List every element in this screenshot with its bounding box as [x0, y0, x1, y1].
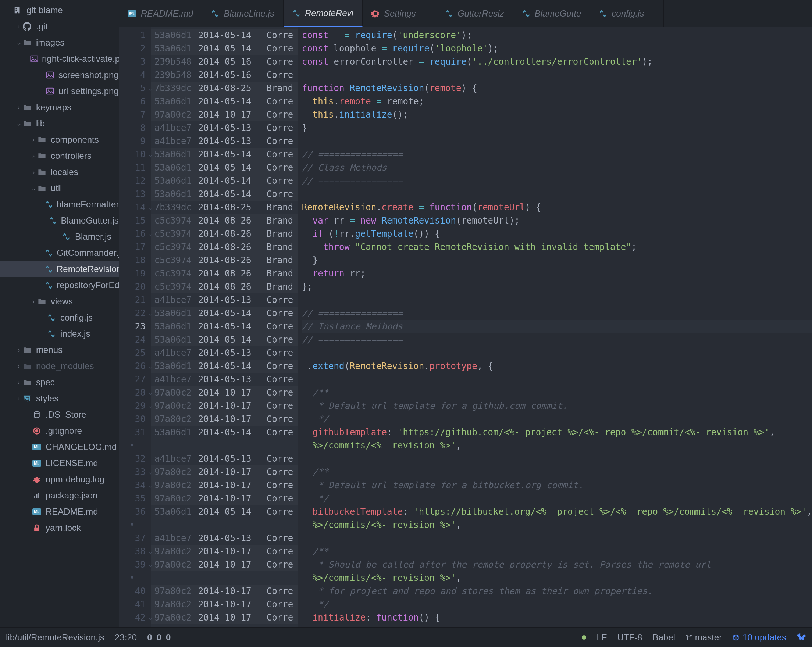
blame-row[interactable]: 97a80c22014-10-17Corre	[151, 611, 298, 624]
status-encoding[interactable]: UTF-8	[617, 632, 642, 642]
fold-icon[interactable]: ⌄	[148, 558, 152, 571]
tree-item-keymaps[interactable]: ›keymaps	[0, 99, 119, 116]
tree-item-components[interactable]: ›components	[0, 132, 119, 148]
blame-row[interactable]: 53a06d12014-05-14Corre	[151, 148, 298, 161]
status-diagnostics[interactable]: 0 0 0	[147, 632, 171, 642]
blame-row[interactable]: a41bce72014-05-13Corre	[151, 293, 298, 307]
tree-item-blamegutter-js[interactable]: BlameGutter.js	[0, 213, 119, 229]
tab-gutterresiz[interactable]: GutterResiz	[436, 0, 513, 27]
tree-item-yarn-lock[interactable]: yarn.lock	[0, 520, 119, 536]
code-line[interactable]: function RemoteRevision(remote) {	[302, 82, 812, 95]
chevron-icon[interactable]: ›	[15, 104, 22, 111]
chevron-icon[interactable]: ›	[15, 346, 22, 354]
blame-row[interactable]: a41bce72014-05-13Corre	[151, 452, 298, 466]
blame-row[interactable]: 53a06d12014-05-14Corre	[151, 174, 298, 187]
tab-readme-md[interactable]: M↓README.md	[119, 0, 203, 27]
blame-row[interactable]: 97a80c22014-10-17Corre	[151, 479, 298, 492]
code-line[interactable]: throw "Cannot create RemoteRevision with…	[302, 241, 812, 254]
tab-remoterevi[interactable]: RemoteRevi	[284, 0, 363, 27]
code-line[interactable]: var rr = new RemoteRevision(remoteUrl);	[302, 214, 812, 227]
line-number[interactable]: 18	[119, 254, 151, 267]
line-gutter[interactable]: 12345⌄678910⌄11121314⌄1516⌄171819202122⌄…	[119, 27, 151, 627]
code-line[interactable]	[302, 346, 812, 359]
tab-blamegutte[interactable]: BlameGutte	[513, 0, 591, 27]
chevron-icon[interactable]: ⌄	[15, 119, 22, 128]
line-number[interactable]: 28⌄	[119, 386, 151, 399]
blame-row[interactable]: 53a06d12014-05-14Corre	[151, 42, 298, 55]
tree-item-styles[interactable]: ›styles	[0, 390, 119, 406]
code-line[interactable]	[302, 69, 812, 82]
tree-item-remoterevision-js[interactable]: RemoteRevision.js	[0, 261, 119, 277]
code-line[interactable]: // Instance Methods	[302, 320, 812, 333]
fold-icon[interactable]: ⌄	[148, 611, 152, 624]
blame-row[interactable]: 239b5482014-05-16Corre	[151, 69, 298, 82]
blame-row[interactable]: c5c39742014-08-26Brand	[151, 254, 298, 267]
blame-row[interactable]: 97a80c22014-10-17Corre	[151, 558, 298, 571]
fold-icon[interactable]: ⌄	[148, 466, 152, 479]
code-line[interactable]: // ================	[302, 307, 812, 320]
line-number[interactable]: 40	[119, 585, 151, 598]
tree-item-npm-debug-log[interactable]: npm-debug.log	[0, 471, 119, 487]
line-number[interactable]: 19	[119, 267, 151, 280]
code-line[interactable]: RemoteRevision.create = function(remoteU…	[302, 201, 812, 214]
tree-item-node-modules[interactable]: ›node_modules	[0, 358, 119, 374]
status-path[interactable]: lib/util/RemoteRevision.js	[6, 632, 104, 642]
status-updates[interactable]: 10 updates	[732, 632, 786, 642]
tree-item-images[interactable]: ⌄images	[0, 35, 119, 51]
tree-item-readme-md[interactable]: M↓README.md	[0, 504, 119, 520]
tree-item-lib[interactable]: ⌄lib	[0, 116, 119, 132]
code-line[interactable]: */	[302, 413, 812, 426]
blame-row[interactable]: 53a06d12014-05-14Corre	[151, 187, 298, 201]
blame-row[interactable]: c5c39742014-08-26Brand	[151, 267, 298, 280]
code-line[interactable]: /**	[302, 466, 812, 479]
code-line[interactable]	[302, 531, 812, 545]
blame-row[interactable]: c5c39742014-08-26Brand	[151, 241, 298, 254]
fold-icon[interactable]: ⌄	[148, 201, 152, 214]
tree-item-util[interactable]: ⌄util	[0, 180, 119, 196]
fold-icon[interactable]: ⌄	[148, 307, 152, 320]
blame-row[interactable]: 97a80c22014-10-17Corre	[151, 585, 298, 598]
line-number[interactable]: 25	[119, 346, 151, 359]
chevron-icon[interactable]: ›	[15, 395, 22, 402]
blame-row[interactable]: 239b5482014-05-16Corre	[151, 55, 298, 69]
code-editor[interactable]: const _ = require('underscore');const lo…	[298, 27, 812, 627]
blame-row[interactable]: 53a06d12014-05-14Corre	[151, 426, 298, 439]
line-number[interactable]: 24	[119, 333, 151, 346]
line-number[interactable]: 14⌄	[119, 201, 151, 214]
blame-row[interactable]: 7b339dc2014-08-25Brand	[151, 82, 298, 95]
tree-item-right-click-activate-png[interactable]: right-click-activate.png	[0, 51, 119, 67]
line-number[interactable]: 2	[119, 42, 151, 55]
blame-row[interactable]: a41bce72014-05-13Corre	[151, 134, 298, 148]
blame-row[interactable]: 97a80c22014-10-17Corre	[151, 399, 298, 413]
tree-item-blameformatter-js[interactable]: blameFormatter.js	[0, 196, 119, 213]
code-line[interactable]: return rr;	[302, 267, 812, 280]
tree-item-spec[interactable]: ›spec	[0, 374, 119, 390]
blame-row[interactable]: 53a06d12014-05-14Corre	[151, 320, 298, 333]
blame-row[interactable]: 97a80c22014-10-17Corre	[151, 545, 298, 558]
line-number[interactable]: 5⌄	[119, 82, 151, 95]
fold-icon[interactable]: ⌄	[148, 359, 152, 373]
status-branch[interactable]: master	[685, 632, 722, 642]
tree-item-gitcommander-js[interactable]: GitCommander.js	[0, 245, 119, 261]
line-number[interactable]: 3	[119, 55, 151, 69]
code-line[interactable]: // Class Methods	[302, 161, 812, 174]
line-number[interactable]: 33⌄	[119, 466, 151, 479]
code-line[interactable]: };	[302, 280, 812, 293]
line-number[interactable]: 8	[119, 121, 151, 134]
line-number[interactable]: 31	[119, 426, 151, 439]
line-number[interactable]: 10⌄	[119, 148, 151, 161]
blame-row[interactable]: 53a06d12014-05-14Corre	[151, 161, 298, 174]
tree-item-controllers[interactable]: ›controllers	[0, 148, 119, 164]
code-line[interactable]: */	[302, 492, 812, 505]
tree-item-license-md[interactable]: M↓LICENSE.md	[0, 455, 119, 471]
code-line[interactable]: _.extend(RemoteRevision.prototype, {	[302, 359, 812, 373]
code-line[interactable]: /**	[302, 545, 812, 558]
line-number[interactable]: 16⌄	[119, 227, 151, 241]
tab-config-js[interactable]: config.js	[590, 0, 664, 27]
fold-icon[interactable]: ⌄	[148, 545, 152, 558]
code-line[interactable]: const _ = require('underscore');	[302, 29, 812, 42]
code-line[interactable]: this.initialize();	[302, 108, 812, 121]
line-number[interactable]: 42⌄	[119, 611, 151, 624]
blame-row[interactable]: 7b339dc2014-08-25Brand	[151, 201, 298, 214]
line-number[interactable]: 22⌄	[119, 307, 151, 320]
